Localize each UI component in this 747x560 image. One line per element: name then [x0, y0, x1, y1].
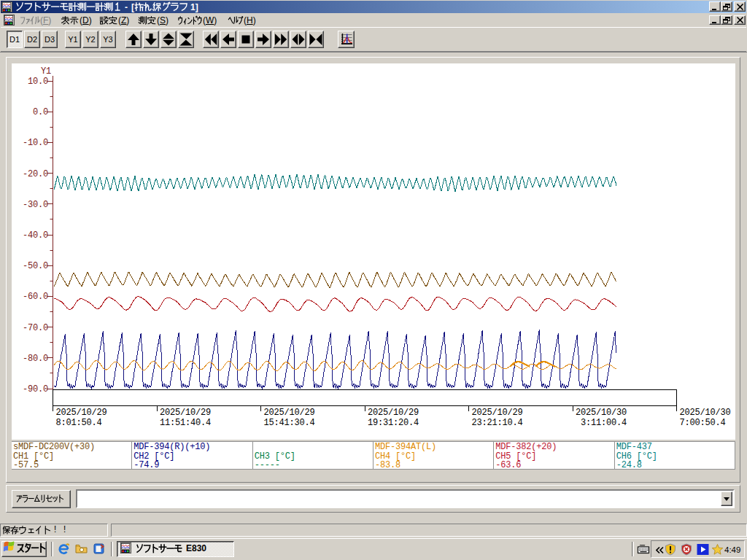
svg-text:Y1: Y1	[41, 66, 51, 77]
svg-text:2025/10/29: 2025/10/29	[56, 408, 107, 418]
svg-text:0.0: 0.0	[33, 107, 48, 117]
svg-text:-70.0: -70.0	[23, 323, 48, 333]
svg-text:-20.0: -20.0	[23, 169, 48, 179]
svg-text:-40.0: -40.0	[23, 230, 48, 241]
svg-text:2025/10/29: 2025/10/29	[368, 408, 419, 418]
svg-text:19:31:20.4: 19:31:20.4	[368, 418, 419, 428]
svg-text:11:51:40.4: 11:51:40.4	[160, 418, 211, 428]
svg-text:23:21:10.4: 23:21:10.4	[472, 418, 523, 428]
svg-text:-60.0: -60.0	[23, 292, 48, 302]
svg-text:-80.0: -80.0	[23, 354, 48, 364]
svg-text:7:00:50.4: 7:00:50.4	[680, 418, 726, 428]
svg-text:3:11:00.4: 3:11:00.4	[576, 418, 627, 428]
svg-text:2025/10/29: 2025/10/29	[472, 408, 523, 418]
svg-text:2025/10/29: 2025/10/29	[264, 408, 315, 418]
svg-text:-30.0: -30.0	[23, 200, 48, 210]
svg-text:-50.0: -50.0	[23, 261, 48, 271]
svg-text:10.0: 10.0	[28, 77, 48, 87]
svg-text:15:41:30.4: 15:41:30.4	[264, 418, 315, 428]
svg-text:2025/10/29: 2025/10/29	[160, 408, 211, 418]
svg-text:8:01:50.4: 8:01:50.4	[56, 418, 102, 428]
svg-text:-10.0: -10.0	[23, 138, 48, 148]
svg-text:2025/10/30: 2025/10/30	[680, 408, 731, 418]
svg-text:-90.0: -90.0	[23, 384, 48, 394]
svg-text:2025/10/30: 2025/10/30	[576, 408, 627, 418]
